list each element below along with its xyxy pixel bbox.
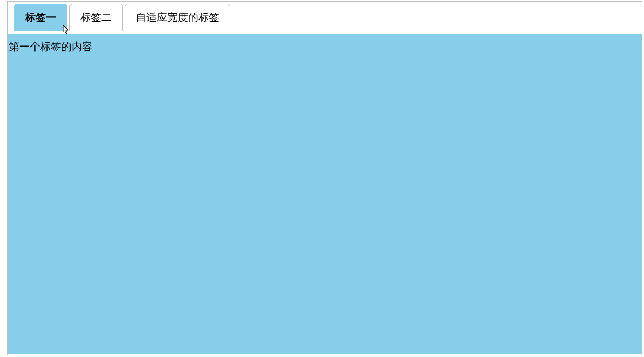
tab-one[interactable]: 标签一	[14, 4, 67, 31]
tab-label: 自适应宽度的标签	[136, 11, 219, 23]
tabs-header: 标签一 标签二 自适应宽度的标签	[8, 2, 642, 31]
tab-two[interactable]: 标签二	[69, 4, 123, 31]
tab-label: 标签二	[80, 11, 112, 23]
content-text: 第一个标签的内容	[9, 41, 92, 52]
tab-content-panel: 第一个标签的内容	[8, 34, 642, 354]
tab-three[interactable]: 自适应宽度的标签	[125, 4, 230, 31]
tab-label: 标签一	[25, 11, 56, 23]
tab-container: 标签一 标签二 自适应宽度的标签 第一个标签的内容	[7, 1, 642, 355]
